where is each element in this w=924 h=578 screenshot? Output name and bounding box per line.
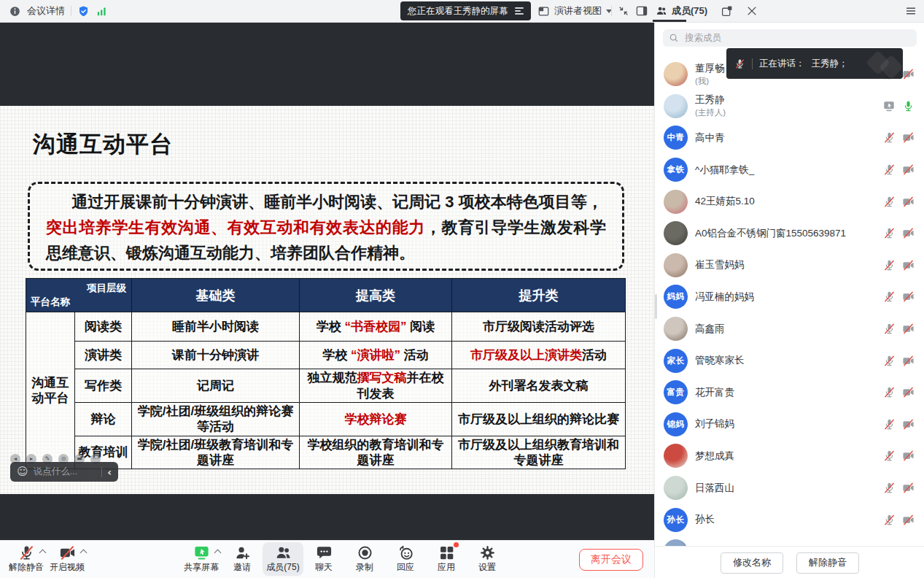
info-icon[interactable] [9,5,21,18]
chat-overlay[interactable]: ☺ 说点什么... ‹ [10,462,118,482]
toolbar-screen-share[interactable]: 共享屏幕 [181,542,222,576]
member-status-icons [883,163,915,176]
chevron-up-icon[interactable] [80,550,88,557]
avatar: 家长 [664,349,688,373]
toolbar-label: 共享屏幕 [184,561,219,574]
table-cell: 学校 “演讲啦” 活动 [300,342,452,369]
panel-footer-button[interactable]: 解除静音 [796,552,859,574]
toolbar-record[interactable]: 录制 [344,542,385,576]
avatar: 锦妈 [664,412,688,436]
emoji-icon[interactable]: ☺ [17,466,28,477]
member-row[interactable]: 日落西山 [655,472,924,504]
table-row: 辩论学院/社团/班级组织的辩论赛等活动学校辩论赛市厅级及以上组织的辩论比赛 [26,403,626,436]
chevron-up-icon[interactable] [214,550,222,557]
toolbar-mic-off[interactable]: 解除静音 [6,542,47,576]
member-info: 冯亚楠的妈妈 [695,290,876,304]
mic-off-icon [883,290,896,303]
divider [611,6,612,16]
tab-members[interactable]: 成员(75) [656,0,707,22]
speaking-name: 王秀静； [812,58,848,70]
watching-banner[interactable]: 您正在观看王秀静的屏幕 [400,1,531,20]
member-role: (主持人) [695,107,875,118]
member-row[interactable]: 妈妈 冯亚楠的妈妈 [655,281,924,313]
view-mode-switcher[interactable]: 演讲者视图 [537,0,612,22]
member-row[interactable]: 梦想成真 [655,440,924,472]
slide-title: 沟通互动平台 [33,129,173,160]
table-cell: 市厅级阅读活动评选 [452,312,626,342]
toolbar-label: 开启视频 [50,561,85,574]
chevron-up-icon[interactable] [39,550,47,557]
mic-off-icon [883,482,896,494]
table-category: 辩论 [75,403,132,436]
mic-off-icon [883,450,896,462]
cam-off-icon [902,163,915,176]
avatar [664,476,688,500]
member-row[interactable]: 孙长 孙长 [655,504,924,536]
cam-off-icon [902,323,915,335]
toolbar-apps[interactable]: 应用 [426,542,467,576]
member-row[interactable]: A0铝合金不锈钢门窗15505639871 [655,217,924,250]
member-name: 高中青 [695,131,876,144]
member-info: 崔玉雪妈妈 [695,258,876,271]
banner-menu-icon[interactable] [515,6,524,16]
view-mode-label: 演讲者视图 [554,4,602,18]
member-row[interactable]: 42王婧茹5.10 [655,185,924,217]
mic-off-icon [18,544,35,561]
mic-off-icon [883,131,896,144]
chevron-left-icon[interactable]: ‹ [107,466,112,478]
table-cell: 市厅级及以上组织的辩论比赛 [452,403,626,436]
shield-check-icon[interactable] [77,5,90,18]
collapse-icon[interactable] [617,4,630,18]
member-row[interactable]: 中青 高中青 [655,122,924,154]
search-input[interactable] [683,32,911,44]
member-info: ^小猫耶拿铁_ [695,163,876,177]
toolbar-invite[interactable]: 邀请 [222,542,263,576]
member-info: 高鑫雨 [695,323,876,336]
toolbar-chat[interactable]: 聊天 [303,542,344,576]
divider [71,6,71,16]
table-cell: 市厅级及以上演讲类活动 [452,342,626,369]
cam-off-icon [902,131,915,144]
table-cell: 学校组织的教育培训和专题讲座 [300,436,452,469]
sidebar-icon[interactable] [635,4,648,18]
member-list[interactable]: 董厚畅 (我) 王秀静 (主持人) 中青 高中青 拿铁 ^小猫耶拿铁_ 42王婧… [655,58,924,546]
member-row[interactable]: 高鑫雨 [655,313,924,345]
toolbar-icon-slot [10,544,42,561]
meeting-app-window: 会议详情 您正在观看王秀静的屏幕 演讲者视图 [0,0,924,578]
menu-icon[interactable] [904,4,917,18]
leave-meeting-button[interactable]: 离开会议 [579,549,643,571]
popout-icon[interactable] [721,4,734,18]
table-header: 提高类 [300,279,452,312]
member-row[interactable] [655,536,924,546]
member-search[interactable] [663,29,917,47]
member-status-icons [883,514,915,526]
table-header: 提升类 [452,279,626,312]
member-info: 管晓寒家长 [695,354,876,367]
toolbar-cam-off[interactable]: 开启视频 [47,542,88,576]
panel-footer-button[interactable]: 修改名称 [721,552,783,574]
member-status-icons [883,131,915,144]
toolbar-icon-slot [267,544,299,561]
member-row[interactable]: 富贵 花开富贵 [655,377,924,409]
signal-bars-icon[interactable] [96,5,108,18]
member-row[interactable]: 拿铁 ^小猫耶拿铁_ [655,154,924,186]
toolbar-react[interactable]: 回应 [385,542,426,576]
member-name: 42王婧茹5.10 [695,195,876,208]
toolbar-members[interactable]: 成员(75) [263,542,303,576]
member-row[interactable]: 家长 管晓寒家长 [655,344,924,377]
member-row[interactable]: 崔玉雪妈妈 [655,250,924,282]
member-row[interactable]: 王秀静 (主持人) [655,90,924,123]
mic-off-icon [883,259,896,271]
meeting-details-label[interactable]: 会议详情 [27,4,65,18]
apps-icon [438,544,455,561]
shared-screen-stage: 沟通互动平台 通过开展课前十分钟演讲、睡前半小时阅读、记周记 3 项校本特色项目… [0,22,654,540]
toolbar-settings[interactable]: 设置 [467,542,508,576]
settings-icon [479,544,496,561]
chat-input-placeholder[interactable]: 说点什么... [34,466,97,478]
toolbar-icon-slot [51,544,83,561]
corner-top-label: 项目层级 [87,282,126,295]
member-row[interactable]: 锦妈 刘子锦妈 [655,409,924,441]
presentation-slide: 沟通互动平台 通过开展课前十分钟演讲、睡前半小时阅读、记周记 3 项校本特色项目… [0,106,654,494]
members-panel: 董厚畅 (我) 王秀静 (主持人) 中青 高中青 拿铁 ^小猫耶拿铁_ 42王婧… [654,22,924,578]
close-icon[interactable] [745,4,758,18]
